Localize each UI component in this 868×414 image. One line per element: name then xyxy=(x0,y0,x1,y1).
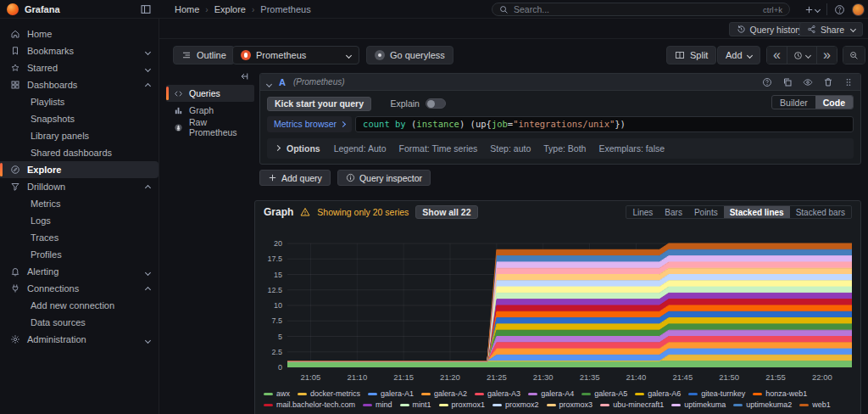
code-token: instance xyxy=(416,119,459,129)
stacked-lines-chart[interactable]: 02.557.51012.51517.52021:0521:1021:1521:… xyxy=(259,221,859,388)
sidebar-item-connections[interactable]: Connections xyxy=(0,280,159,297)
legend-item-proxmox1[interactable]: proxmox1 xyxy=(439,400,486,409)
graph-mode-lines[interactable]: Lines xyxy=(626,206,659,218)
legend-item-mind[interactable]: mind xyxy=(363,400,392,409)
sidebar-item-label: Profiles xyxy=(31,249,62,260)
legend-item-galera-a1[interactable]: galera-A1 xyxy=(368,389,414,398)
user-avatar[interactable] xyxy=(852,3,865,16)
legend-item-awx[interactable]: awx xyxy=(264,389,290,398)
sidebar-item-label: Snapshots xyxy=(31,114,75,124)
search-input[interactable] xyxy=(514,4,758,14)
graph-mode-points[interactable]: Points xyxy=(688,206,724,218)
query-inspector-button[interactable]: Query inspector xyxy=(337,170,431,186)
sidebar-item-label: Shared dashboards xyxy=(31,148,112,158)
sidebar-item-snapshots[interactable]: Snapshots xyxy=(0,110,159,127)
help-button[interactable] xyxy=(834,4,845,15)
breadcrumb-explore[interactable]: Explore xyxy=(214,4,246,14)
code-mode-button[interactable]: Code xyxy=(815,96,853,109)
kick-start-button[interactable]: Kick start your query xyxy=(267,97,371,111)
datasource-picker[interactable]: Prometheus xyxy=(232,46,359,64)
tab-raw-prometheus[interactable]: Raw Prometheus xyxy=(166,119,254,136)
legend-item-web1[interactable]: web1 xyxy=(799,400,831,409)
legend-item-proxmox3[interactable]: proxmox3 xyxy=(547,400,593,409)
sidebar-item-administration[interactable]: Administration xyxy=(0,331,159,348)
legend-item-ubu-minecraft1[interactable]: ubu-minecraft1 xyxy=(600,400,664,409)
legend-color-dash xyxy=(264,393,273,395)
query-history-button[interactable]: Query history xyxy=(729,22,810,36)
sidebar-item-dashboards[interactable]: Dashboards xyxy=(0,76,159,93)
sidebar-item-starred[interactable]: Starred xyxy=(0,59,159,76)
tab-graph[interactable]: Graph xyxy=(166,102,254,119)
sidebar-item-data-sources[interactable]: Data sources xyxy=(0,314,159,331)
add-query-button[interactable]: Add query xyxy=(259,170,331,186)
mega-menu-dock-icon[interactable] xyxy=(140,3,152,15)
time-shift-back-button[interactable]: « xyxy=(767,47,787,64)
sidebar-item-traces[interactable]: Traces xyxy=(0,229,159,246)
y-axis-tick: 15 xyxy=(274,271,282,279)
options-toggle[interactable]: Options xyxy=(275,143,320,154)
duplicate-query-icon[interactable] xyxy=(782,77,793,87)
legend-item-gitea-turnkey[interactable]: gitea-turnkey xyxy=(688,389,745,398)
legend-item-uptimekuma2[interactable]: uptimekuma2 xyxy=(733,400,792,409)
sidebar-item-explore[interactable]: Explore xyxy=(0,161,159,178)
legend-item-docker-metrics[interactable]: docker-metrics xyxy=(298,389,360,398)
outline-button[interactable]: Outline xyxy=(173,46,235,64)
top-nav-actions xyxy=(804,2,865,17)
prometheus-icon xyxy=(241,50,251,60)
legend-item-proxmox2[interactable]: proxmox2 xyxy=(492,400,539,409)
new-menu-button[interactable] xyxy=(804,5,820,14)
breadcrumb-home[interactable]: Home xyxy=(175,4,199,14)
option-summary-item: Exemplars: false xyxy=(598,143,665,154)
legend-item-uptimekuma[interactable]: uptimekuma xyxy=(671,400,726,409)
sidebar-item-shared-dashboards[interactable]: Shared dashboards xyxy=(0,144,159,161)
time-shift-forward-button[interactable]: » xyxy=(817,47,837,64)
split-button[interactable]: Split xyxy=(666,46,716,64)
metrics-browser-button[interactable]: Metrics browser xyxy=(267,116,352,132)
sidebar-item-home[interactable]: Home xyxy=(0,25,159,42)
search-bar[interactable]: ctrl+k xyxy=(492,3,790,16)
sidebar-item-drilldown[interactable]: Drilldown xyxy=(0,178,159,195)
collapse-panel-icon[interactable] xyxy=(239,71,249,81)
sidebar-item-bookmarks[interactable]: Bookmarks xyxy=(0,42,159,59)
legend-item-galera-a2[interactable]: galera-A2 xyxy=(421,389,467,398)
hide-query-icon[interactable] xyxy=(803,77,813,87)
delete-query-icon[interactable] xyxy=(823,77,833,87)
sidebar-item-label: Explore xyxy=(27,165,61,175)
share-button[interactable]: Share xyxy=(799,22,863,36)
legend-item-honza-web1[interactable]: honza-web1 xyxy=(753,389,807,398)
tab-queries[interactable]: Queries xyxy=(166,85,254,102)
legend-item-galera-a3[interactable]: galera-A3 xyxy=(475,389,520,398)
graph-mode-stacked-bars[interactable]: Stacked bars xyxy=(790,206,851,218)
drag-handle-icon[interactable] xyxy=(843,77,854,87)
sidebar-item-library-panels[interactable]: Library panels xyxy=(0,127,159,144)
zoom-out-button[interactable] xyxy=(843,47,865,64)
legend-item-galera-a5[interactable]: galera-A5 xyxy=(581,389,627,398)
sidebar-item-playlists[interactable]: Playlists xyxy=(0,93,159,110)
legend-item-mail-bachelor-tech-com[interactable]: mail.bachelor-tech.com xyxy=(264,400,355,409)
go-queryless-button[interactable]: Go queryless xyxy=(366,46,453,64)
y-axis-tick: 20 xyxy=(274,239,282,248)
sidebar-item-label: Library panels xyxy=(31,131,89,141)
sidebar-item-alerting[interactable]: Alerting xyxy=(0,263,159,280)
show-all-series-button[interactable]: Show all 22 xyxy=(415,205,477,219)
query-row-header[interactable]: A (Prometheus) xyxy=(260,74,860,91)
explain-toggle[interactable] xyxy=(426,98,446,109)
graph-mode-stacked-lines[interactable]: Stacked lines xyxy=(724,206,790,218)
sidebar-item-metrics[interactable]: Metrics xyxy=(0,195,159,212)
legend-item-mint1[interactable]: mint1 xyxy=(400,400,431,409)
promql-code-editor[interactable]: count by (instance) (up{job="integration… xyxy=(355,116,854,132)
graph-mode-bars[interactable]: Bars xyxy=(659,206,688,218)
sidebar-item-logs[interactable]: Logs xyxy=(0,212,159,229)
sidebar-item-add-new-connection[interactable]: Add new connection xyxy=(0,297,159,314)
sidebar-item-label: Data sources xyxy=(31,317,86,327)
add-dropdown-button[interactable]: Add xyxy=(717,46,760,64)
collapse-query-icon[interactable] xyxy=(266,81,272,87)
builder-mode-button[interactable]: Builder xyxy=(772,96,815,109)
grafana-logo-icon[interactable] xyxy=(7,3,19,15)
query-ref-id[interactable]: A xyxy=(279,77,286,87)
query-help-icon[interactable] xyxy=(762,77,772,87)
legend-item-galera-a6[interactable]: galera-A6 xyxy=(635,389,681,398)
time-range-button[interactable] xyxy=(787,47,817,64)
sidebar-item-profiles[interactable]: Profiles xyxy=(0,246,159,263)
legend-item-galera-a4[interactable]: galera-A4 xyxy=(528,389,574,398)
